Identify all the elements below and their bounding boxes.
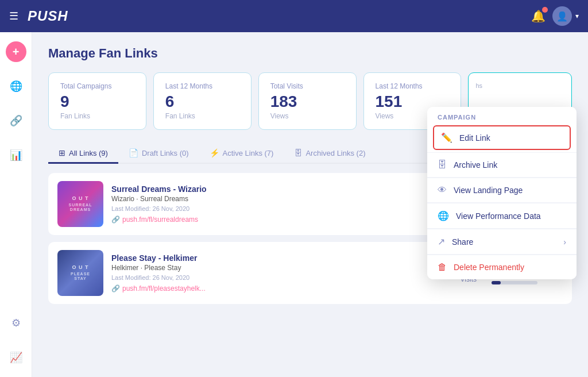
progress-bar-1	[492, 281, 537, 284]
sidebar: + 🌐 🔗 📊 ⚙ 📈	[0, 32, 32, 377]
sidebar-icon-link[interactable]: 🔗	[6, 110, 26, 131]
notification-bell[interactable]: 🔔	[531, 9, 546, 23]
dropdown-archive-link-label: Archive Link	[454, 160, 497, 170]
share-chevron-icon: ›	[563, 237, 566, 247]
tab-archived-links[interactable]: 🗄 Archived Links (2)	[284, 144, 376, 164]
list-subtitle-1: Helkimer · Please Stay	[111, 264, 452, 272]
dropdown-view-performance-label: View Performance Data	[456, 211, 541, 221]
sidebar-icon-settings[interactable]: ⚙	[6, 313, 26, 333]
list-date-1: Last Modified: 26 Nov, 2020	[111, 274, 452, 281]
dropdown-share-label: Share	[452, 237, 473, 247]
stat-sub-1: Fan Links	[165, 112, 239, 120]
all-links-icon: ⊞	[59, 148, 65, 157]
dropdown-delete-label: Delete Permanently	[454, 263, 524, 272]
delete-icon: 🗑	[438, 262, 447, 272]
progress-fill-1	[492, 281, 501, 284]
hamburger-icon[interactable]: ☰	[9, 10, 18, 22]
archive-link-icon: 🗄	[438, 160, 447, 170]
tab-active-links-label: Active Links (7)	[223, 149, 274, 157]
list-link-text-1: push.fm/fl/pleasestayhelk...	[122, 284, 206, 293]
dropdown-header: CAMPAIGN	[427, 107, 577, 125]
page-title: Manage Fan Links	[48, 46, 572, 61]
thumb-0: O U T SURREALDREAMS	[57, 181, 103, 227]
tab-draft-links-label: Draft Links (0)	[142, 149, 189, 157]
dropdown-menu: CAMPAIGN ✏️ Edit Link 🗄 Archive Link 👁 V…	[427, 107, 577, 279]
stat-card-last12-campaigns: Last 12 Months 6 Fan Links	[153, 72, 252, 130]
sidebar-icon-chart[interactable]: 📊	[6, 145, 26, 166]
dropdown-item-edit-link[interactable]: ✏️ Edit Link	[433, 125, 571, 150]
dropdown-item-view-performance[interactable]: 🌐 View Performance Data	[427, 203, 577, 228]
stat-label-3: Last 12 Months	[376, 82, 450, 90]
stat-value-1: 6	[165, 93, 239, 111]
view-landing-icon: 👁	[438, 185, 447, 195]
dropdown-item-archive-link[interactable]: 🗄 Archive Link	[427, 152, 577, 177]
thumb-1: O U T PLEASESTAY	[57, 250, 103, 296]
stat-sub-0: Fan Links	[60, 112, 134, 120]
stat-label-1: Last 12 Months	[165, 82, 239, 90]
app-logo: PUSH	[28, 8, 68, 24]
link-icon-1: 🔗	[111, 284, 120, 293]
tab-all-links-label: All Links (9)	[69, 149, 108, 157]
stat-value-0: 9	[60, 93, 134, 111]
stat-label-2: Total Visits	[270, 82, 345, 90]
chevron-down-icon: ▾	[575, 12, 579, 20]
edit-link-icon: ✏️	[441, 132, 452, 143]
main-layout: + 🌐 🔗 📊 ⚙ 📈 Manage Fan Links Total Campa…	[0, 32, 588, 377]
list-link-1[interactable]: 🔗 push.fm/fl/pleasestayhelk...	[111, 284, 452, 293]
notification-badge	[542, 7, 548, 13]
tab-archived-links-label: Archived Links (2)	[305, 149, 365, 157]
list-info-1: Please Stay - Helkimer Helkimer · Please…	[111, 253, 452, 293]
stat-card-total-campaigns: Total Campaigns 9 Fan Links	[48, 72, 146, 130]
avatar: 👤	[552, 6, 572, 26]
sidebar-icon-globe[interactable]: 🌐	[6, 76, 26, 97]
list-link-text-0: push.fm/fl/surrealdreams	[122, 216, 198, 224]
thumb-image-1: O U T PLEASESTAY	[57, 250, 103, 296]
share-icon: ↗	[438, 236, 445, 247]
stat-label-extra: hs	[475, 82, 564, 89]
sidebar-icon-plus[interactable]: +	[6, 41, 26, 62]
tab-active-links[interactable]: ⚡ Active Links (7)	[199, 144, 284, 164]
sidebar-icon-activity[interactable]: 📈	[6, 347, 26, 368]
dropdown-view-landing-label: View Landing Page	[454, 186, 523, 195]
list-title-1: Please Stay - Helkimer	[111, 253, 452, 263]
dropdown-item-share[interactable]: ↗ Share ›	[427, 229, 577, 254]
stat-label-0: Total Campaigns	[60, 82, 134, 90]
archived-links-icon: 🗄	[294, 148, 302, 157]
thumb-image-0: O U T SURREALDREAMS	[57, 181, 103, 227]
stat-sub-2: Views	[270, 112, 345, 120]
link-icon-0: 🔗	[111, 216, 120, 224]
tab-all-links[interactable]: ⊞ All Links (9)	[48, 144, 118, 164]
main-content: Manage Fan Links Total Campaigns 9 Fan L…	[32, 32, 588, 377]
stat-value-2: 183	[270, 93, 345, 111]
active-links-icon: ⚡	[210, 148, 219, 157]
dropdown-item-delete[interactable]: 🗑 Delete Permanently	[427, 255, 577, 279]
top-nav: ☰ PUSH 🔔 👤 ▾	[0, 0, 588, 32]
tab-draft-links[interactable]: 📄 Draft Links (0)	[118, 144, 199, 164]
user-avatar-menu[interactable]: 👤 ▾	[552, 6, 579, 26]
dropdown-edit-link-label: Edit Link	[459, 133, 490, 143]
view-performance-icon: 🌐	[438, 210, 449, 221]
stat-card-total-visits: Total Visits 183 Views	[258, 72, 357, 130]
draft-links-icon: 📄	[129, 148, 138, 157]
dropdown-item-view-landing[interactable]: 👁 View Landing Page	[427, 178, 577, 202]
